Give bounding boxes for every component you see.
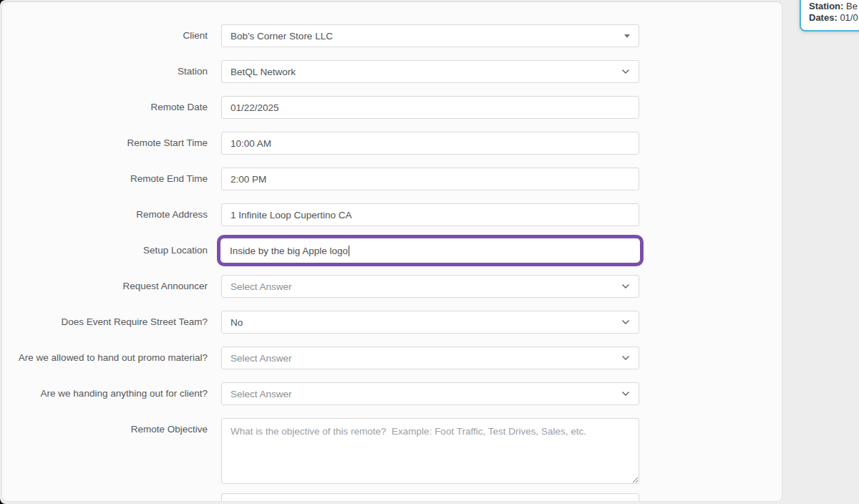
text-cursor [349, 246, 349, 256]
remote-end-time-input[interactable] [221, 168, 639, 190]
chevron-down-icon [621, 284, 630, 289]
caret-down-icon [624, 34, 630, 38]
form-row-handing-out: Are we handing anything out for client? … [2, 382, 782, 405]
form-row-remote-date: Remote Date [2, 96, 782, 119]
remote-address-input[interactable] [221, 203, 639, 226]
form-row-remote-end-time: Remote End Time [2, 168, 782, 190]
promo-material-value: Select Answer [230, 353, 292, 364]
form-row-promo-material: Are we allowed to hand out promo materia… [2, 346, 782, 369]
station-dates-tooltip: Station: Be Dates: 01/0 [800, 0, 859, 32]
station-label: Station [2, 60, 208, 83]
setup-location-label: Setup Location [2, 239, 208, 262]
remote-objective-label: Remote Objective [2, 418, 208, 441]
form-row-partial [2, 493, 782, 502]
form-row-client: Client Bob's Corner Store LLC [2, 24, 782, 47]
chevron-down-icon [621, 69, 630, 74]
click-highlight-ring: Inside by the big Apple logo [217, 235, 644, 266]
remote-date-label: Remote Date [2, 96, 208, 119]
client-combobox[interactable]: Bob's Corner Store LLC [221, 24, 639, 47]
chevron-down-icon [621, 355, 630, 361]
remote-objective-textarea[interactable] [221, 418, 639, 484]
chevron-down-icon [621, 391, 630, 397]
handing-out-select[interactable]: Select Answer [221, 382, 639, 405]
form-row-setup-location: Setup Location Inside by the big Apple l… [2, 239, 782, 262]
request-announcer-label: Request Announcer [2, 275, 208, 298]
handing-out-label: Are we handing anything out for client? [2, 382, 208, 405]
form-row-request-announcer: Request Announcer Select Answer [2, 275, 782, 298]
chevron-down-icon [621, 319, 630, 325]
remote-request-form: Client Bob's Corner Store LLC Station Be… [1, 1, 782, 502]
promo-material-label: Are we allowed to hand out promo materia… [2, 346, 208, 369]
remote-end-time-label: Remote End Time [2, 168, 208, 190]
remote-start-time-label: Remote Start Time [2, 132, 208, 155]
setup-location-value: Inside by the big Apple logo [230, 246, 348, 256]
remote-address-label: Remote Address [2, 203, 208, 226]
partial-bottom-input[interactable] [221, 493, 639, 502]
promo-material-select[interactable]: Select Answer [221, 346, 639, 369]
remote-start-time-input[interactable] [221, 132, 639, 155]
station-select[interactable]: BetQL Network [221, 60, 639, 83]
street-team-value: No [230, 317, 243, 328]
client-value: Bob's Corner Store LLC [230, 31, 333, 42]
client-label: Client [2, 24, 208, 47]
request-announcer-value: Select Answer [230, 281, 292, 292]
handing-out-value: Select Answer [230, 389, 292, 399]
form-row-street-team: Does Event Require Street Team? No [2, 311, 782, 334]
form-row-remote-objective: Remote Objective [2, 418, 782, 484]
form-row-station: Station BetQL Network [2, 60, 782, 83]
form-row-remote-start-time: Remote Start Time [2, 132, 782, 155]
form-row-remote-address: Remote Address [2, 203, 782, 226]
street-team-select[interactable]: No [221, 311, 639, 334]
tooltip-dates-line: Dates: 01/0 [809, 12, 859, 24]
tooltip-station-line: Station: Be [809, 1, 859, 12]
remote-date-input[interactable] [221, 96, 639, 119]
station-value: BetQL Network [230, 67, 296, 77]
setup-location-input[interactable]: Inside by the big Apple logo [221, 239, 639, 262]
page-background: Client Bob's Corner Store LLC Station Be… [0, 0, 859, 504]
request-announcer-select[interactable]: Select Answer [221, 275, 639, 298]
street-team-label: Does Event Require Street Team? [2, 311, 208, 334]
